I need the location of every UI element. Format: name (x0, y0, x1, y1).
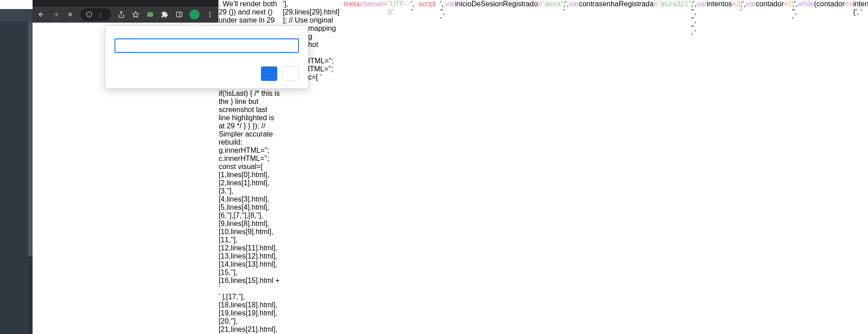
vertical-scrollbar[interactable] (28, 22, 33, 334)
browser-pane: | (33, 0, 218, 334)
editor-pane (0, 0, 33, 334)
svg-rect-5 (176, 12, 182, 17)
svg-marker-3 (133, 11, 139, 17)
share-icon[interactable] (117, 10, 125, 19)
menu-bar (0, 0, 33, 9)
js-prompt-dialog (105, 25, 308, 89)
profile-avatar[interactable] (190, 9, 199, 19)
browser-tabstrip (33, 0, 218, 6)
dialog-cancel-button[interactable] (282, 66, 299, 81)
svg-rect-4 (147, 12, 153, 16)
sidepanel-icon[interactable] (175, 10, 183, 19)
dialog-input[interactable] (114, 38, 299, 53)
address-separator: | (100, 11, 101, 18)
nav-arrows (0, 12, 21, 19)
browser-toolbar: | (33, 6, 218, 23)
nav-back-button[interactable] (3, 12, 10, 19)
browser-page (33, 23, 218, 334)
extensions-icon[interactable] (161, 10, 169, 19)
dialog-buttons (114, 66, 299, 81)
dialog-accept-button[interactable] (261, 66, 277, 81)
mail-icon[interactable] (146, 10, 154, 19)
browser-menu-icon[interactable] (206, 10, 214, 19)
bookmark-star-icon[interactable] (132, 10, 140, 19)
toolbar-right (117, 9, 214, 19)
browser-back-button[interactable] (37, 10, 45, 19)
editor-body (0, 22, 33, 334)
scrollbar-thumb[interactable] (28, 22, 33, 257)
svg-point-7 (209, 12, 211, 13)
browser-forward-button[interactable] (52, 10, 60, 19)
browser-stop-button[interactable] (66, 10, 74, 19)
svg-point-8 (209, 14, 211, 15)
nav-forward-button[interactable] (11, 12, 18, 19)
site-info-icon[interactable] (86, 11, 95, 18)
minimap[interactable] (0, 24, 30, 69)
tab-row (0, 9, 33, 22)
svg-point-9 (209, 16, 211, 17)
address-bar[interactable]: | (81, 8, 111, 21)
